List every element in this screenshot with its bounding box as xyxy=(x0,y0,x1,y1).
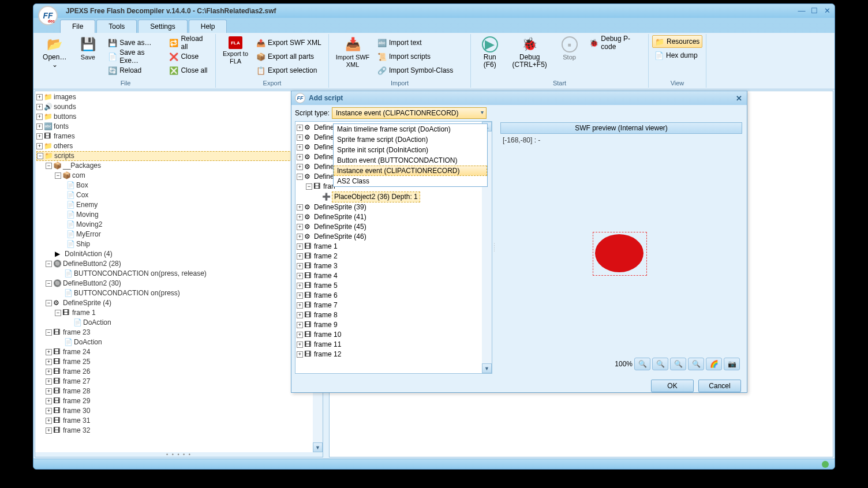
stop-button[interactable]: ■ Stop xyxy=(554,34,585,63)
zoom-in-button[interactable]: 🔍 xyxy=(634,358,650,370)
saveas-icon: 💾 xyxy=(108,38,117,47)
preview-coordinates: [-168,-80] : - xyxy=(499,135,743,145)
ribbon-group-import: 📥 Import SWF XML 🔤Import text 📜Import sc… xyxy=(329,34,471,88)
reload-button[interactable]: 🔄Reload xyxy=(106,64,164,77)
preview-toolbar: 100% 🔍 🔍 🔍 🔍 🌈 📷 xyxy=(615,358,740,370)
hexdump-button[interactable]: 📄Hex dump xyxy=(652,49,702,62)
export-all-icon: 📦 xyxy=(256,52,265,61)
status-ok-icon xyxy=(822,461,829,468)
fla-icon: FLA xyxy=(229,36,242,49)
closeall-icon: ❎ xyxy=(169,66,178,75)
cancel-button[interactable]: Cancel xyxy=(698,380,741,392)
menubar: File Tools Settings Help xyxy=(33,18,835,33)
preview-header: SWF preview (Internal viewer) xyxy=(500,122,742,134)
preview-canvas xyxy=(499,145,743,353)
script-type-dropdown[interactable]: Main timeline frame script (DoAction) Sp… xyxy=(333,123,488,187)
dialog-close-button[interactable]: ✕ xyxy=(734,93,743,103)
zoom-reset-button[interactable]: 🔍 xyxy=(688,358,704,370)
import-xml-icon: 📥 xyxy=(345,36,361,52)
save-button[interactable]: 💾 Save xyxy=(73,34,104,63)
resources-icon: 📁 xyxy=(655,37,664,46)
zoom-level: 100% xyxy=(615,360,633,368)
ok-button[interactable]: OK xyxy=(651,380,694,392)
resources-button[interactable]: 📁Resources xyxy=(652,35,702,48)
window-title: JPEXS Free Flash Decompiler v.14.4.0 - C… xyxy=(66,7,276,15)
ribbon: 📂 Open…⌄ 💾 Save 💾Save as… 📄Save as Exe… … xyxy=(33,33,835,89)
export-sel-icon: 📋 xyxy=(256,66,265,75)
zoom-out-button[interactable]: 🔍 xyxy=(652,358,668,370)
run-icon: ▶ xyxy=(482,36,498,52)
import-scripts-icon: 📜 xyxy=(377,52,387,61)
open-button[interactable]: 📂 Open…⌄ xyxy=(39,34,70,71)
script-type-combo[interactable]: Instance event (CLIPACTIONRECORD) xyxy=(332,107,487,119)
reload-all-button[interactable]: 🔁Reload all xyxy=(167,36,212,49)
export-selection-button[interactable]: 📋Export selection xyxy=(254,64,324,77)
import-symbol-icon: 🔗 xyxy=(377,66,387,75)
export-swfxml-button[interactable]: 📤Export SWF XML xyxy=(254,36,324,49)
add-script-dialog: FF Add script ✕ Script type: Instance ev… xyxy=(291,91,747,393)
dropdown-option[interactable]: Sprite frame script (DoAction) xyxy=(334,134,487,145)
ribbon-label-file: File xyxy=(36,80,215,87)
save-as-exe-button[interactable]: 📄Save as Exe… xyxy=(106,50,164,63)
saveexe-icon: 📄 xyxy=(108,52,117,61)
save-icon: 💾 xyxy=(80,36,96,52)
ribbon-group-view: 📁Resources 📄Hex dump View xyxy=(649,34,706,88)
close-all-button[interactable]: ❎Close all xyxy=(167,64,212,77)
ribbon-label-import: Import xyxy=(329,80,470,87)
import-text-button[interactable]: 🔤Import text xyxy=(375,36,455,49)
zoom-fit-button[interactable]: 🔍 xyxy=(670,358,686,370)
ribbon-group-export: FLA Export to FLA 📤Export SWF XML 📦Expor… xyxy=(216,34,329,88)
import-scripts-button[interactable]: 📜Import scripts xyxy=(375,50,455,63)
dropdown-option[interactable]: AS2 Class xyxy=(334,176,487,186)
import-swfxml-button[interactable]: 📥 Import SWF XML xyxy=(332,34,373,71)
menu-settings[interactable]: Settings xyxy=(138,20,187,33)
dialog-title-text: Add script xyxy=(309,94,343,102)
import-symbol-button[interactable]: 🔗Import Symbol-Class xyxy=(375,64,455,77)
hex-icon: 📄 xyxy=(654,51,664,60)
run-button[interactable]: ▶ Run(F6) xyxy=(474,34,506,71)
dialog-logo-icon: FF xyxy=(295,93,305,103)
scroll-down-icon[interactable]: ▼ xyxy=(313,442,323,452)
debug-pcode-button[interactable]: 🐞Debug P-code xyxy=(587,36,645,49)
dropdown-option[interactable]: Button event (BUTTONCONDACTION) xyxy=(334,155,487,166)
dialog-splitter[interactable]: ····· xyxy=(492,121,496,374)
export-xml-icon: 📤 xyxy=(256,38,265,47)
script-type-label: Script type: xyxy=(295,109,330,117)
app-logo-icon: FF xyxy=(38,6,58,25)
import-text-icon: 🔤 xyxy=(377,38,387,47)
dropdown-option[interactable]: Sprite init script (DoInitAction) xyxy=(334,145,487,155)
resource-tree-panel: +📁images +🔊sounds +📁buttons +🔤fonts +🎞fr… xyxy=(35,91,323,457)
shape-bounding-box xyxy=(593,232,647,276)
export-all-button[interactable]: 📦Export all parts xyxy=(254,50,324,63)
dialog-preview: SWF preview (Internal viewer) [-168,-80]… xyxy=(499,121,743,374)
export-fla-button[interactable]: FLA Export to FLA xyxy=(219,34,252,67)
statusbar xyxy=(33,459,835,469)
ribbon-group-file: 📂 Open…⌄ 💾 Save 💾Save as… 📄Save as Exe… … xyxy=(36,34,216,88)
reload-icon: 🔄 xyxy=(108,66,117,75)
minimize-button[interactable]: — xyxy=(798,6,806,14)
app-window: FF JPEXS Free Flash Decompiler v.14.4.0 … xyxy=(33,3,835,470)
menu-file[interactable]: File xyxy=(60,20,95,33)
close-file-button[interactable]: ❌Close xyxy=(167,50,212,63)
dropdown-option[interactable]: Main timeline frame script (DoAction) xyxy=(334,124,487,134)
dropdown-option-selected[interactable]: Instance event (CLIPACTIONRECORD) xyxy=(334,166,487,176)
menu-help[interactable]: Help xyxy=(189,20,227,33)
bug-icon: 🐞 xyxy=(522,36,538,52)
close-button[interactable]: ✕ xyxy=(823,6,831,14)
resource-tree[interactable]: +📁images +🔊sounds +📁buttons +🔤fonts +🎞fr… xyxy=(35,91,323,449)
reloadall-icon: 🔁 xyxy=(169,38,178,47)
pcode-icon: 🐞 xyxy=(589,38,598,47)
save-as-button[interactable]: 💾Save as… xyxy=(106,36,164,49)
ribbon-label-export: Export xyxy=(216,80,328,87)
snapshot-button[interactable]: 📷 xyxy=(724,358,740,370)
tree-splitter[interactable]: • • • • • xyxy=(35,452,323,457)
tree-item-scripts: −📁scripts xyxy=(36,151,321,161)
open-icon: 📂 xyxy=(47,36,63,52)
ribbon-group-start: ▶ Run(F6) 🐞 Debug(CTRL+F5) ■ Stop 🐞Debug… xyxy=(471,34,649,88)
maximize-button[interactable]: ☐ xyxy=(810,6,818,14)
ribbon-label-start: Start xyxy=(471,80,648,87)
debug-button[interactable]: 🐞 Debug(CTRL+F5) xyxy=(508,34,552,71)
stop-icon: ■ xyxy=(562,36,578,52)
menu-tools[interactable]: Tools xyxy=(96,20,137,33)
color-button[interactable]: 🌈 xyxy=(706,358,722,370)
